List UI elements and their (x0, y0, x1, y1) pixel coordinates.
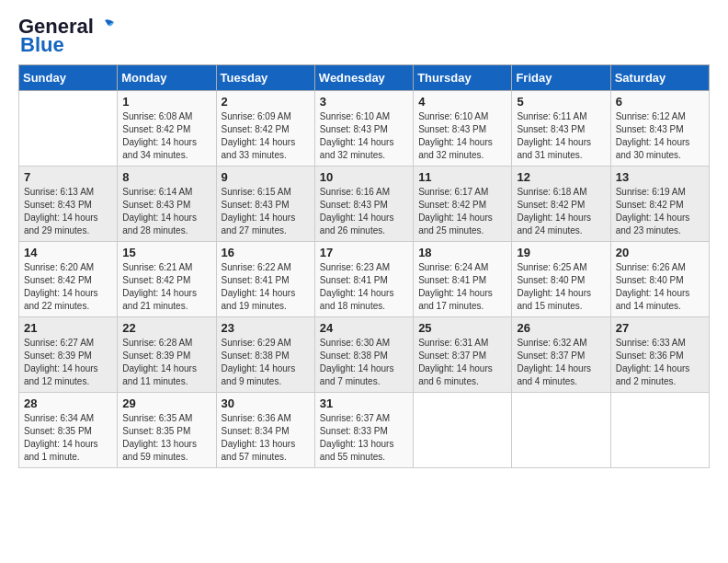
calendar-cell: 3Sunrise: 6:10 AM Sunset: 8:43 PM Daylig… (314, 91, 413, 167)
day-number: 5 (517, 95, 605, 109)
day-number: 23 (222, 321, 310, 335)
calendar-cell: 21Sunrise: 6:27 AM Sunset: 8:39 PM Dayli… (19, 317, 118, 393)
day-number: 22 (122, 321, 210, 335)
calendar-cell: 16Sunrise: 6:22 AM Sunset: 8:41 PM Dayli… (216, 242, 314, 317)
calendar-cell: 19Sunrise: 6:25 AM Sunset: 8:40 PM Dayli… (512, 242, 610, 317)
day-info: Sunrise: 6:16 AM Sunset: 8:43 PM Dayligh… (320, 186, 408, 237)
calendar-cell (414, 393, 512, 468)
day-info: Sunrise: 6:15 AM Sunset: 8:43 PM Dayligh… (222, 186, 310, 237)
day-info: Sunrise: 6:37 AM Sunset: 8:33 PM Dayligh… (320, 412, 408, 464)
day-number: 20 (616, 246, 704, 259)
day-number: 30 (222, 396, 310, 410)
day-number: 7 (24, 170, 112, 184)
calendar-cell: 4Sunrise: 6:10 AM Sunset: 8:43 PM Daylig… (414, 91, 512, 167)
calendar-cell: 30Sunrise: 6:36 AM Sunset: 8:34 PM Dayli… (216, 393, 314, 468)
logo-bird-icon (96, 18, 116, 35)
day-info: Sunrise: 6:23 AM Sunset: 8:41 PM Dayligh… (320, 261, 408, 313)
day-number: 11 (418, 170, 506, 184)
calendar-cell (19, 91, 118, 167)
calendar-cell: 9Sunrise: 6:15 AM Sunset: 8:43 PM Daylig… (216, 167, 314, 242)
day-number: 6 (616, 95, 704, 109)
calendar-cell: 25Sunrise: 6:31 AM Sunset: 8:37 PM Dayli… (414, 317, 512, 393)
day-number: 10 (320, 170, 408, 184)
calendar-cell: 12Sunrise: 6:18 AM Sunset: 8:42 PM Dayli… (512, 167, 610, 242)
day-number: 8 (122, 170, 210, 184)
day-info: Sunrise: 6:12 AM Sunset: 8:43 PM Dayligh… (616, 110, 704, 162)
day-info: Sunrise: 6:33 AM Sunset: 8:36 PM Dayligh… (616, 337, 704, 388)
day-number: 4 (418, 95, 506, 109)
day-number: 16 (222, 246, 310, 259)
col-header-friday: Friday (512, 65, 610, 91)
calendar-cell: 28Sunrise: 6:34 AM Sunset: 8:35 PM Dayli… (19, 393, 118, 468)
calendar-cell: 10Sunrise: 6:16 AM Sunset: 8:43 PM Dayli… (314, 167, 413, 242)
day-info: Sunrise: 6:27 AM Sunset: 8:39 PM Dayligh… (24, 337, 112, 388)
day-number: 15 (122, 246, 210, 259)
calendar-cell: 20Sunrise: 6:26 AM Sunset: 8:40 PM Dayli… (610, 242, 709, 317)
day-number: 19 (517, 246, 605, 259)
day-info: Sunrise: 6:36 AM Sunset: 8:34 PM Dayligh… (222, 412, 310, 464)
day-info: Sunrise: 6:35 AM Sunset: 8:35 PM Dayligh… (122, 412, 210, 464)
day-info: Sunrise: 6:10 AM Sunset: 8:43 PM Dayligh… (418, 110, 506, 162)
day-info: Sunrise: 6:26 AM Sunset: 8:40 PM Dayligh… (616, 261, 704, 313)
day-number: 28 (24, 396, 112, 410)
calendar-cell: 18Sunrise: 6:24 AM Sunset: 8:41 PM Dayli… (414, 242, 512, 317)
day-info: Sunrise: 6:28 AM Sunset: 8:39 PM Dayligh… (122, 337, 210, 388)
day-info: Sunrise: 6:10 AM Sunset: 8:43 PM Dayligh… (320, 110, 408, 162)
day-number: 14 (24, 246, 112, 259)
logo-blue: Blue (20, 33, 64, 57)
day-info: Sunrise: 6:25 AM Sunset: 8:40 PM Dayligh… (517, 261, 605, 313)
day-info: Sunrise: 6:17 AM Sunset: 8:42 PM Dayligh… (418, 186, 506, 237)
calendar-cell: 26Sunrise: 6:32 AM Sunset: 8:37 PM Dayli… (512, 317, 610, 393)
day-info: Sunrise: 6:09 AM Sunset: 8:42 PM Dayligh… (222, 110, 310, 162)
col-header-sunday: Sunday (19, 65, 118, 91)
calendar-cell: 17Sunrise: 6:23 AM Sunset: 8:41 PM Dayli… (314, 242, 413, 317)
day-number: 9 (222, 170, 310, 184)
day-info: Sunrise: 6:34 AM Sunset: 8:35 PM Dayligh… (24, 412, 112, 464)
calendar-cell: 13Sunrise: 6:19 AM Sunset: 8:42 PM Dayli… (610, 167, 709, 242)
day-number: 3 (320, 95, 408, 109)
day-number: 25 (418, 321, 506, 335)
day-number: 2 (222, 95, 310, 109)
day-number: 18 (418, 246, 506, 259)
calendar-cell: 5Sunrise: 6:11 AM Sunset: 8:43 PM Daylig… (512, 91, 610, 167)
day-number: 12 (517, 170, 605, 184)
day-info: Sunrise: 6:14 AM Sunset: 8:43 PM Dayligh… (122, 186, 210, 237)
day-number: 21 (24, 321, 112, 335)
calendar-cell (610, 393, 709, 468)
day-number: 26 (517, 321, 605, 335)
day-info: Sunrise: 6:30 AM Sunset: 8:38 PM Dayligh… (320, 337, 408, 388)
day-info: Sunrise: 6:18 AM Sunset: 8:42 PM Dayligh… (517, 186, 605, 237)
col-header-monday: Monday (118, 65, 216, 91)
calendar-cell: 31Sunrise: 6:37 AM Sunset: 8:33 PM Dayli… (314, 393, 413, 468)
day-info: Sunrise: 6:13 AM Sunset: 8:43 PM Dayligh… (24, 186, 112, 237)
calendar-cell: 6Sunrise: 6:12 AM Sunset: 8:43 PM Daylig… (610, 91, 709, 167)
day-info: Sunrise: 6:21 AM Sunset: 8:42 PM Dayligh… (122, 261, 210, 313)
calendar-cell: 24Sunrise: 6:30 AM Sunset: 8:38 PM Dayli… (314, 317, 413, 393)
logo: General Blue (18, 15, 116, 57)
day-number: 27 (616, 321, 704, 335)
calendar-cell: 2Sunrise: 6:09 AM Sunset: 8:42 PM Daylig… (216, 91, 314, 167)
calendar-cell: 8Sunrise: 6:14 AM Sunset: 8:43 PM Daylig… (118, 167, 216, 242)
day-number: 17 (320, 246, 408, 259)
day-number: 31 (320, 396, 408, 410)
day-info: Sunrise: 6:19 AM Sunset: 8:42 PM Dayligh… (616, 186, 704, 237)
calendar-cell (512, 393, 610, 468)
day-info: Sunrise: 6:22 AM Sunset: 8:41 PM Dayligh… (222, 261, 310, 313)
col-header-saturday: Saturday (610, 65, 709, 91)
calendar-cell: 11Sunrise: 6:17 AM Sunset: 8:42 PM Dayli… (414, 167, 512, 242)
col-header-thursday: Thursday (414, 65, 512, 91)
calendar-cell: 15Sunrise: 6:21 AM Sunset: 8:42 PM Dayli… (118, 242, 216, 317)
day-number: 24 (320, 321, 408, 335)
calendar-cell: 14Sunrise: 6:20 AM Sunset: 8:42 PM Dayli… (19, 242, 118, 317)
calendar-cell: 29Sunrise: 6:35 AM Sunset: 8:35 PM Dayli… (118, 393, 216, 468)
day-info: Sunrise: 6:24 AM Sunset: 8:41 PM Dayligh… (418, 261, 506, 313)
day-number: 1 (122, 95, 210, 109)
day-number: 29 (122, 396, 210, 410)
day-info: Sunrise: 6:29 AM Sunset: 8:38 PM Dayligh… (222, 337, 310, 388)
calendar-cell: 23Sunrise: 6:29 AM Sunset: 8:38 PM Dayli… (216, 317, 314, 393)
day-info: Sunrise: 6:20 AM Sunset: 8:42 PM Dayligh… (24, 261, 112, 313)
calendar-table: SundayMondayTuesdayWednesdayThursdayFrid… (18, 64, 710, 468)
day-info: Sunrise: 6:31 AM Sunset: 8:37 PM Dayligh… (418, 337, 506, 388)
day-info: Sunrise: 6:11 AM Sunset: 8:43 PM Dayligh… (517, 110, 605, 162)
calendar-cell: 27Sunrise: 6:33 AM Sunset: 8:36 PM Dayli… (610, 317, 709, 393)
